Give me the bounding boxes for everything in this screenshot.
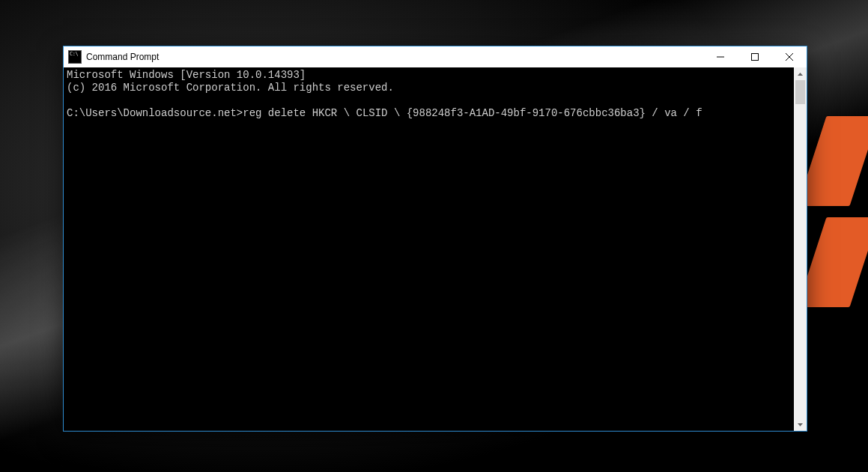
close-button[interactable]	[772, 46, 807, 67]
console-prompt: C:\Users\Downloadsource.net>	[67, 107, 243, 119]
client-area: Microsoft Windows [Version 10.0.14393] (…	[64, 67, 807, 431]
command-prompt-window: Command Prompt Microsoft Windows [Versio…	[63, 46, 807, 432]
console-command: reg delete HKCR \ CLSID \ {988248f3-A1AD…	[243, 107, 702, 119]
scroll-thumb[interactable]	[795, 80, 805, 104]
close-icon	[786, 53, 793, 61]
scroll-up-button[interactable]	[794, 67, 807, 80]
console-line: Microsoft Windows [Version 10.0.14393]	[67, 69, 306, 81]
minimize-button[interactable]	[703, 46, 738, 67]
scroll-down-button[interactable]	[794, 418, 807, 431]
window-title: Command Prompt	[86, 52, 159, 62]
svg-rect-0	[752, 54, 759, 61]
chevron-up-icon	[798, 73, 803, 76]
chevron-down-icon	[798, 423, 803, 426]
maximize-icon	[751, 53, 759, 61]
vertical-scrollbar[interactable]	[794, 67, 807, 431]
maximize-button[interactable]	[738, 46, 772, 67]
scroll-track[interactable]	[794, 80, 807, 418]
system-menu-icon[interactable]	[68, 50, 82, 64]
titlebar[interactable]: Command Prompt	[64, 46, 807, 67]
console-line: (c) 2016 Microsoft Corporation. All righ…	[67, 82, 394, 94]
console-output[interactable]: Microsoft Windows [Version 10.0.14393] (…	[64, 67, 794, 431]
minimize-icon	[717, 53, 724, 61]
